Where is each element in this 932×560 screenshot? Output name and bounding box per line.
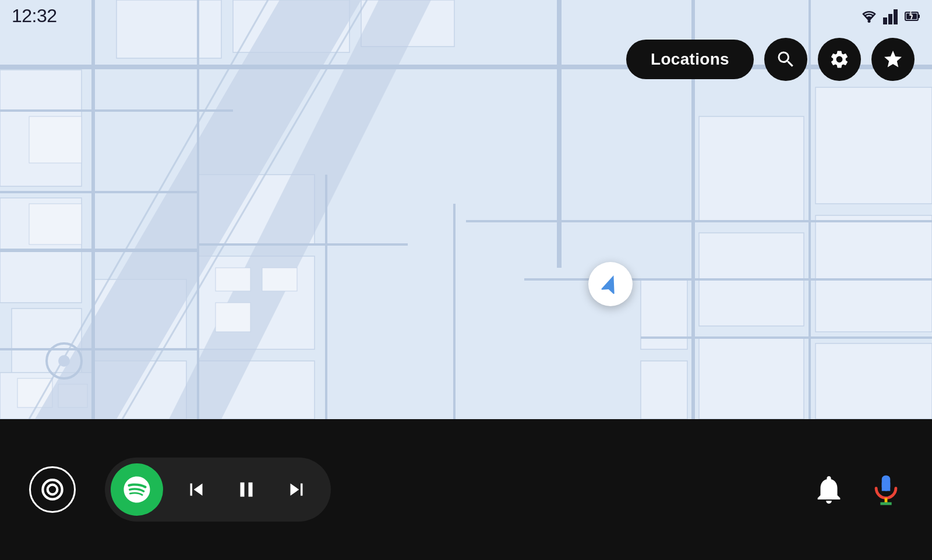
svg-rect-49 (216, 303, 250, 332)
previous-button[interactable] (179, 473, 213, 506)
clock: 12:32 (12, 5, 57, 27)
home-button[interactable] (29, 466, 76, 513)
svg-rect-17 (699, 116, 804, 221)
locations-button[interactable]: Locations (626, 40, 754, 79)
svg-rect-24 (641, 361, 687, 419)
search-icon (775, 49, 796, 70)
wifi-icon (860, 9, 878, 24)
spotify-icon (111, 463, 163, 516)
svg-marker-53 (894, 9, 898, 24)
gear-icon (829, 49, 850, 70)
map-area: 12:32 (0, 0, 932, 419)
star-icon (882, 49, 903, 70)
svg-point-46 (58, 355, 70, 367)
home-circle-icon (41, 478, 64, 501)
bottom-bar (0, 419, 932, 560)
status-bar: 12:32 (0, 0, 932, 32)
svg-rect-20 (816, 87, 932, 204)
svg-point-58 (48, 485, 58, 495)
svg-rect-48 (262, 268, 297, 291)
svg-rect-10 (29, 204, 82, 244)
svg-rect-21 (816, 215, 932, 332)
svg-rect-47 (216, 268, 250, 291)
microphone-icon (869, 473, 903, 506)
settings-button[interactable] (818, 38, 861, 81)
pause-button[interactable] (230, 473, 263, 506)
status-icons (860, 8, 920, 24)
favorites-button[interactable] (871, 38, 915, 81)
skip-next-icon (284, 477, 309, 502)
location-marker[interactable] (588, 262, 633, 306)
notification-button[interactable] (812, 473, 846, 506)
microphone-button[interactable] (869, 473, 903, 506)
svg-point-50 (868, 20, 871, 23)
top-controls: Locations (626, 38, 915, 81)
svg-marker-52 (888, 14, 892, 24)
svg-rect-19 (699, 338, 804, 419)
bell-icon (812, 473, 846, 506)
bottom-right-controls (812, 473, 903, 506)
navigation-icon (599, 273, 622, 295)
svg-marker-51 (883, 17, 887, 24)
svg-rect-9 (29, 116, 82, 163)
playback-pill (105, 458, 331, 522)
svg-point-57 (43, 480, 62, 499)
next-button[interactable] (280, 473, 313, 506)
battery-icon (904, 8, 920, 24)
svg-rect-63 (882, 483, 891, 491)
skip-previous-icon (184, 477, 209, 502)
svg-rect-62 (882, 476, 891, 483)
signal-icon (883, 8, 899, 24)
pause-icon (234, 477, 259, 502)
svg-rect-22 (816, 343, 932, 419)
spotify-logo (121, 474, 153, 505)
svg-rect-55 (918, 15, 920, 18)
search-button[interactable] (764, 38, 807, 81)
